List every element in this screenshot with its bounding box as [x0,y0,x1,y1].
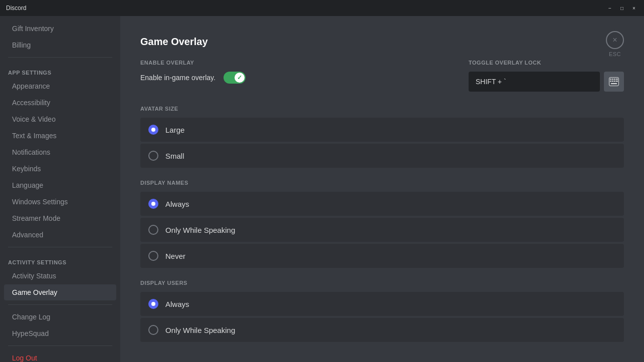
toggle-lock-section: TOGGLE OVERLAY LOCK [469,60,624,92]
svg-rect-2 [612,79,613,80]
sidebar-item-change-log[interactable]: Change Log [4,309,116,325]
sidebar-item-windows-settings[interactable]: Windows Settings [4,194,116,210]
display-names-speaking-radio [148,225,158,235]
display-names-always-radio [148,199,158,209]
restore-button[interactable]: □ [618,4,626,12]
esc-label: ESC [609,51,621,57]
activity-settings-label: ACTIVITY SETTINGS [0,251,120,267]
display-users-always-label: Always [165,300,189,308]
enable-label-row: Enable in-game overlay. [140,72,439,84]
page-title: Game Overlay [140,36,624,48]
sidebar-item-label: Accessibility [12,99,50,107]
minimize-button[interactable]: − [606,4,614,12]
sidebar-item-activity-status[interactable]: Activity Status [4,268,116,284]
app-title: Discord [6,5,27,12]
svg-rect-4 [616,79,618,80]
display-users-speaking-radio [148,325,158,335]
svg-rect-8 [616,81,618,82]
sidebar-item-appearance[interactable]: Appearance [4,78,116,94]
sidebar-item-language[interactable]: Language [4,177,116,193]
sidebar-item-gift-inventory[interactable]: Gift Inventory [4,21,116,37]
display-users-always-radio [148,299,158,309]
sidebar-item-billing[interactable]: Billing [4,37,116,53]
sidebar-item-label: Text & Images [12,132,57,140]
enable-overlay-section: ENABLE OVERLAY Enable in-game overlay. [140,60,439,84]
sidebar-item-label: Billing [12,41,31,49]
display-users-speaking-label: Only While Speaking [165,326,235,334]
display-names-always-option[interactable]: Always [140,192,624,216]
avatar-large-radio [148,125,158,135]
sidebar-item-notifications[interactable]: Notifications [4,144,116,160]
sidebar-item-label: Windows Settings [12,198,68,206]
content-area: × ESC Game Overlay ENABLE OVERLAY Enable… [120,16,644,362]
esc-button[interactable]: × ESC [606,31,624,57]
sidebar-item-label: Voice & Video [12,115,56,123]
svg-rect-7 [614,81,615,82]
avatar-size-label: AVATAR SIZE [140,106,624,112]
avatar-size-large-option[interactable]: Large [140,118,624,142]
sidebar-item-keybinds[interactable]: Keybinds [4,161,116,177]
avatar-large-label: Large [165,126,184,134]
esc-circle-icon: × [606,31,624,49]
sidebar-item-label: Game Overlay [12,288,57,296]
display-names-never-radio [148,251,158,261]
avatar-size-small-option[interactable]: Small [140,144,624,168]
window-controls: − □ × [606,4,638,12]
sidebar-item-label: Activity Status [12,272,56,280]
close-button[interactable]: × [630,4,638,12]
sidebar-item-streamer-mode[interactable]: Streamer Mode [4,210,116,226]
logout-button[interactable]: Log Out [4,350,116,362]
display-names-never-label: Never [165,252,185,260]
sidebar-divider [8,57,112,58]
svg-rect-5 [610,81,611,82]
svg-rect-1 [610,79,611,80]
sidebar-item-accessibility[interactable]: Accessibility [4,95,116,111]
keybind-row [469,72,624,92]
avatar-small-radio [148,151,158,161]
display-users-always-option[interactable]: Always [140,292,624,316]
svg-rect-9 [611,83,617,84]
svg-rect-3 [614,79,615,80]
sidebar-item-label: Language [12,181,43,189]
enable-overlay-label: ENABLE OVERLAY [140,60,439,66]
display-names-label: DISPLAY NAMES [140,180,624,186]
titlebar: Discord − □ × [0,0,644,16]
sidebar-item-label: Advanced [12,231,43,239]
display-users-section: DISPLAY USERS Always Only While Speaking [140,280,624,342]
enable-overlay-toggle[interactable] [224,72,246,84]
sidebar-item-label: HypeSquad [12,329,49,337]
keybind-input[interactable] [469,72,600,92]
sidebar-item-label: Keybinds [12,165,41,173]
display-names-speaking-label: Only While Speaking [165,226,235,234]
sidebar-item-label: Notifications [12,148,50,156]
logout-label: Log Out [12,354,37,362]
keybind-keyboard-button[interactable] [604,72,624,92]
enable-overlay-text: Enable in-game overlay. [140,74,216,82]
sidebar: Gift Inventory Billing APP SETTINGS Appe… [0,16,120,362]
toggle-knob [235,73,245,83]
avatar-small-label: Small [165,152,184,160]
app-settings-label: APP SETTINGS [0,62,120,78]
display-names-always-label: Always [165,200,189,208]
sidebar-item-advanced[interactable]: Advanced [4,227,116,243]
display-names-speaking-option[interactable]: Only While Speaking [140,218,624,242]
sidebar-divider-3 [8,304,112,305]
sidebar-item-label: Streamer Mode [12,214,60,222]
sidebar-divider-4 [8,345,112,346]
sidebar-divider-2 [8,247,112,247]
sidebar-item-game-overlay[interactable]: Game Overlay [4,284,116,300]
app-body: Gift Inventory Billing APP SETTINGS Appe… [0,16,644,362]
keyboard-icon [609,77,619,86]
sidebar-item-label: Appearance [12,82,50,90]
sidebar-item-hypesquad[interactable]: HypeSquad [4,325,116,341]
display-users-speaking-option[interactable]: Only While Speaking [140,318,624,342]
display-names-section: DISPLAY NAMES Always Only While Speaking… [140,180,624,268]
sidebar-item-label: Gift Inventory [12,25,54,33]
svg-rect-6 [612,81,613,82]
sidebar-item-label: Change Log [12,313,50,321]
display-users-label: DISPLAY USERS [140,280,624,286]
avatar-size-section: AVATAR SIZE Large Small [140,106,624,168]
sidebar-item-voice-video[interactable]: Voice & Video [4,111,116,127]
display-names-never-option[interactable]: Never [140,244,624,268]
sidebar-item-text-images[interactable]: Text & Images [4,128,116,144]
